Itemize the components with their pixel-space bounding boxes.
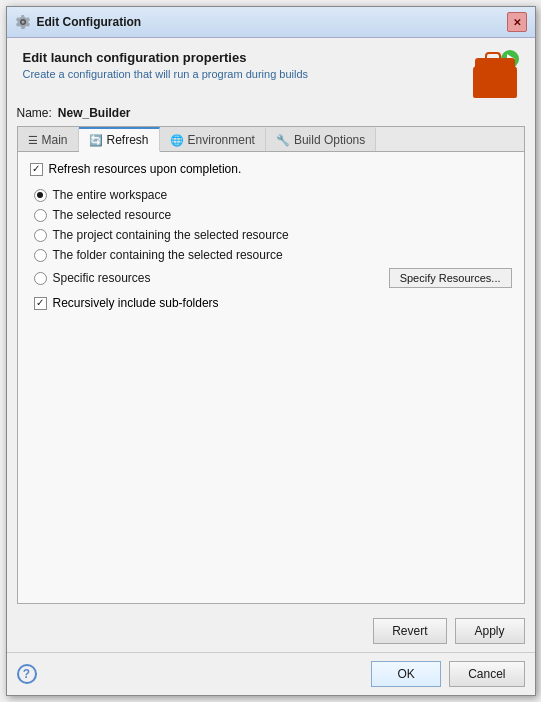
title-bar-left: Edit Configuration	[15, 14, 142, 30]
name-row: Name: New_Builder	[7, 106, 535, 126]
toolbox-body	[473, 66, 517, 98]
radio-selected-resource[interactable]	[34, 209, 47, 222]
recursively-row: Recursively include sub-folders	[34, 296, 512, 310]
gear-icon	[15, 14, 31, 30]
radio-row-project-containing: The project containing the selected reso…	[34, 228, 512, 242]
apply-button[interactable]: Apply	[455, 618, 525, 644]
radio-project-containing[interactable]	[34, 229, 47, 242]
header-title: Edit launch configuration properties	[23, 50, 461, 65]
radio-folder-containing[interactable]	[34, 249, 47, 262]
radio-specific-resources[interactable]	[34, 272, 47, 285]
refresh-checkbox[interactable]	[30, 163, 43, 176]
edit-configuration-dialog: Edit Configuration ✕ Edit launch configu…	[6, 6, 536, 696]
refresh-checkbox-label: Refresh resources upon completion.	[49, 162, 242, 176]
title-bar: Edit Configuration ✕	[7, 7, 535, 38]
tab-main-icon: ☰	[28, 134, 38, 147]
recursively-label: Recursively include sub-folders	[53, 296, 219, 310]
header-text: Edit launch configuration properties Cre…	[23, 50, 461, 80]
name-value: New_Builder	[58, 106, 131, 120]
tab-content-refresh: Refresh resources upon completion. The e…	[18, 152, 524, 603]
radio-entire-workspace[interactable]	[34, 189, 47, 202]
tab-refresh-icon: 🔄	[89, 134, 103, 147]
help-icon[interactable]: ?	[17, 664, 37, 684]
radio-specific-resources-row: Specific resources	[34, 271, 151, 285]
dialog-title: Edit Configuration	[37, 15, 142, 29]
header-area: Edit launch configuration properties Cre…	[7, 38, 535, 106]
radio-specific-resources-label: Specific resources	[53, 271, 151, 285]
radio-selected-resource-label: The selected resource	[53, 208, 172, 222]
refresh-checkbox-row: Refresh resources upon completion.	[30, 162, 512, 176]
tab-build-options-icon: 🔧	[276, 134, 290, 147]
radio-row-entire-workspace: The entire workspace	[34, 188, 512, 202]
footer-bar: ? OK Cancel	[7, 652, 535, 695]
revert-button[interactable]: Revert	[373, 618, 446, 644]
main-panel: ☰ Main 🔄 Refresh 🌐 Environment 🔧 Build O…	[17, 126, 525, 604]
radio-row-folder-containing: The folder containing the selected resou…	[34, 248, 512, 262]
specify-resources-button[interactable]: Specify Resources...	[389, 268, 512, 288]
footer-buttons: OK Cancel	[371, 661, 524, 687]
tab-build-options-label: Build Options	[294, 133, 365, 147]
toolbox-handle	[485, 52, 501, 58]
header-subtitle: Create a configuration that will run a p…	[23, 68, 461, 80]
tab-refresh-label: Refresh	[107, 133, 149, 147]
tab-main-label: Main	[42, 133, 68, 147]
ok-button[interactable]: OK	[371, 661, 441, 687]
radio-project-containing-label: The project containing the selected reso…	[53, 228, 289, 242]
bottom-buttons: Revert Apply	[7, 610, 535, 652]
tab-refresh[interactable]: 🔄 Refresh	[79, 127, 160, 152]
radio-row-specific-resources: Specific resources Specify Resources...	[34, 268, 512, 288]
radio-row-selected-resource: The selected resource	[34, 208, 512, 222]
tab-environment-icon: 🌐	[170, 134, 184, 147]
name-label: Name:	[17, 106, 52, 120]
tabs-container: ☰ Main 🔄 Refresh 🌐 Environment 🔧 Build O…	[18, 127, 524, 152]
tab-build-options[interactable]: 🔧 Build Options	[266, 127, 376, 151]
tab-main[interactable]: ☰ Main	[18, 127, 79, 151]
radio-folder-containing-label: The folder containing the selected resou…	[53, 248, 283, 262]
radio-entire-workspace-label: The entire workspace	[53, 188, 168, 202]
close-button[interactable]: ✕	[507, 12, 527, 32]
recursively-checkbox[interactable]	[34, 297, 47, 310]
tab-environment-label: Environment	[188, 133, 255, 147]
cancel-button[interactable]: Cancel	[449, 661, 524, 687]
toolbox-icon	[471, 50, 519, 98]
tab-environment[interactable]: 🌐 Environment	[160, 127, 266, 151]
radio-group: The entire workspace The selected resour…	[34, 188, 512, 288]
